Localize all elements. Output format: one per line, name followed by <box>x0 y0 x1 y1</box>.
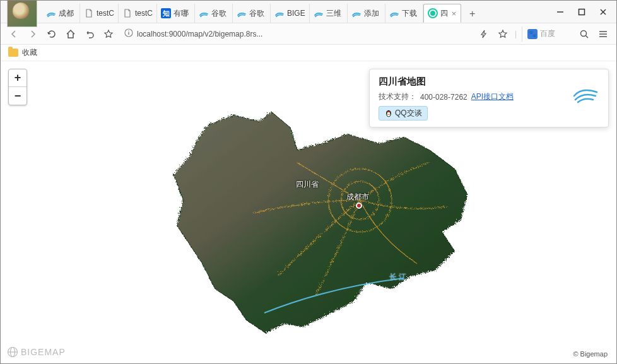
file-icon <box>122 8 132 18</box>
menu-button[interactable] <box>596 27 610 41</box>
close-button[interactable] <box>592 3 614 21</box>
tab-4[interactable]: 谷歌 <box>195 4 233 23</box>
baidu-paw-icon: 🐾 <box>527 29 538 39</box>
panel-title: 四川省地图 <box>379 76 564 88</box>
home-button[interactable] <box>64 27 78 41</box>
bookmark-favorites[interactable]: 收藏 <box>22 47 37 58</box>
zoom-control: + − <box>8 69 27 105</box>
tab-8[interactable]: 添加 <box>348 4 385 23</box>
tab-2[interactable]: testC <box>119 4 157 23</box>
swirl-icon <box>199 8 209 18</box>
info-panel: 四川省地图 技术支持：400-028-7262 API接口文档 QQ交谈 <box>369 69 609 127</box>
svg-point-5 <box>581 30 587 36</box>
minimize-button[interactable] <box>549 3 571 21</box>
profile-avatar[interactable] <box>7 0 37 27</box>
tab-label: testC <box>135 9 153 18</box>
city-label: 成都市 <box>346 192 369 203</box>
folder-icon <box>8 49 18 57</box>
province-label: 四川省 <box>296 179 319 190</box>
swirl-icon <box>274 8 285 18</box>
search-input[interactable]: 🐾 百度 <box>522 26 572 42</box>
svg-point-14 <box>387 111 390 112</box>
browser-logo-icon <box>428 8 438 18</box>
copyright-text: © Bigemap <box>570 349 610 359</box>
tab-7[interactable]: 三维 <box>310 4 348 23</box>
file-icon <box>84 8 94 18</box>
bookmarks-bar: 收藏 <box>1 45 616 61</box>
zoom-out-button[interactable]: − <box>9 87 26 105</box>
tab-label: BIGE <box>287 9 305 18</box>
map-viewport[interactable]: + − 四川省地图 技术支持：400-028-7262 API接口文档 QQ交谈 <box>1 61 616 363</box>
tab-label: 谷歌 <box>211 8 226 19</box>
tab-label: testC <box>97 9 114 18</box>
zhihu-icon: 知 <box>161 8 171 18</box>
search-placeholder: 百度 <box>540 28 555 39</box>
zoom-in-button[interactable]: + <box>9 69 26 87</box>
qq-penguin-icon <box>384 109 393 118</box>
river-label: 长 江 <box>389 272 406 283</box>
swirl-icon <box>46 8 56 18</box>
tab-close-icon[interactable]: × <box>452 9 457 18</box>
flash-icon[interactable] <box>477 27 491 41</box>
city-marker-icon <box>356 203 362 209</box>
tab-label: 三维 <box>326 8 341 19</box>
globe-icon <box>7 346 18 358</box>
qq-label: QQ交谈 <box>395 108 422 119</box>
titlebar: 成都 testC testC 知有哪 谷歌 谷歌 BIGE 三维 添加 下载 四… <box>1 1 616 23</box>
tab-label: 谷歌 <box>249 8 264 19</box>
tab-3[interactable]: 知有哪 <box>157 4 195 23</box>
tab-label: 四 <box>440 8 448 19</box>
forward-button[interactable] <box>26 27 40 41</box>
undo-button[interactable] <box>83 27 97 41</box>
tab-label: 成都 <box>59 8 74 19</box>
tab-label: 添加 <box>364 8 379 19</box>
watermark-text: BIGEMAP <box>21 347 66 357</box>
bigemap-logo-icon <box>570 76 599 105</box>
tab-0[interactable]: 成都 <box>42 4 80 23</box>
favorite-button[interactable] <box>102 27 115 41</box>
tab-1[interactable]: testC <box>80 4 119 23</box>
maximize-button[interactable] <box>571 3 592 21</box>
support-phone: 400-028-7262 <box>420 93 467 102</box>
new-tab-button[interactable]: + <box>464 5 481 23</box>
svg-rect-1 <box>579 9 585 15</box>
qq-chat-button[interactable]: QQ交谈 <box>379 106 428 120</box>
svg-line-6 <box>586 35 589 38</box>
tab-9[interactable]: 下载 <box>385 4 423 23</box>
tab-label: 有哪 <box>173 8 189 19</box>
swirl-icon <box>314 8 324 18</box>
watermark: BIGEMAP <box>7 346 66 358</box>
star-icon[interactable] <box>496 27 510 41</box>
tab-6[interactable]: BIGE <box>271 4 310 23</box>
swirl-icon <box>389 8 399 18</box>
url-text: localhost:9000/map/v2/bigemap.8rs... <box>137 30 262 38</box>
search-button[interactable] <box>577 27 591 41</box>
svg-point-3 <box>128 30 129 32</box>
api-docs-link[interactable]: API接口文档 <box>471 91 514 102</box>
url-input[interactable]: localhost:9000/map/v2/bigemap.8rs... <box>120 26 472 42</box>
support-label: 技术支持： <box>379 91 416 102</box>
reload-button[interactable] <box>45 27 59 41</box>
info-icon <box>124 28 133 39</box>
swirl-icon <box>237 8 247 18</box>
tab-label: 下载 <box>402 8 417 19</box>
window-controls <box>549 3 614 21</box>
address-bar: localhost:9000/map/v2/bigemap.8rs... | 🐾… <box>1 23 616 45</box>
back-button[interactable] <box>7 27 21 41</box>
sichuan-shape <box>138 98 479 338</box>
separator: | <box>515 30 517 38</box>
tab-strip: 成都 testC testC 知有哪 谷歌 谷歌 BIGE 三维 添加 下载 四… <box>42 1 549 23</box>
swirl-icon <box>351 8 361 18</box>
tab-10-active[interactable]: 四× <box>423 4 461 23</box>
tab-5[interactable]: 谷歌 <box>233 4 271 23</box>
